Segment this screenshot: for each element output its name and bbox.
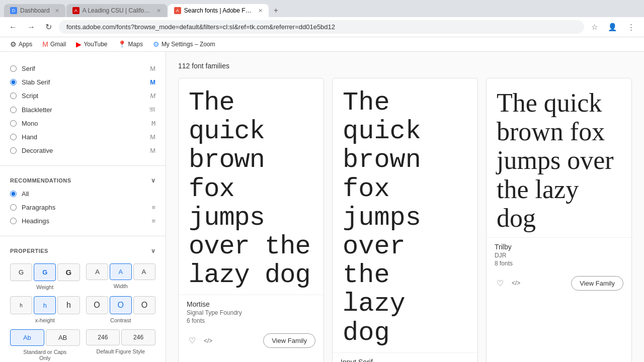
font-actions-trilby: ♡ </> View Family	[487, 272, 631, 297]
sidebar: Serif M Slab Serif M Script M Blacklette…	[0, 52, 166, 362]
paragraphs-icon: ≡	[151, 204, 155, 211]
width-condensed-button[interactable]: A	[86, 263, 108, 280]
script-type-icon: M	[150, 92, 155, 100]
rec-headings[interactable]: Headings ≡	[0, 214, 166, 228]
bookmark-gmail-label: Gmail	[50, 41, 66, 48]
filter-hand[interactable]: Hand M	[0, 130, 166, 144]
weight-label: Weight	[10, 284, 80, 290]
rec-paragraphs[interactable]: Paragraphs ≡	[0, 201, 166, 214]
font-card-mortise[interactable]: The quick brown fox jumps over the lazy …	[178, 78, 324, 362]
bookmark-zoom[interactable]: ⚙ My Settings – Zoom	[149, 39, 219, 49]
bookmark-gmail[interactable]: M Gmail	[38, 39, 70, 49]
radio-serif[interactable]	[10, 65, 17, 72]
font-preview-mortise: The quick brown fox jumps over the lazy …	[179, 78, 324, 295]
embed-mortise-button[interactable]: </>	[202, 335, 214, 346]
figure-group: 246 246 Default Figure Style	[86, 329, 156, 361]
xheight-low-button[interactable]: h	[10, 296, 32, 314]
tab-adobe-fonts[interactable]: A Search fonts | Adobe Fonts ✕	[168, 4, 269, 17]
tab-close-adobe[interactable]: ✕	[258, 8, 263, 14]
caps-allcaps-button[interactable]: AB	[46, 329, 80, 346]
xheight-group: h h h x-height	[10, 296, 80, 323]
view-family-trilby-button[interactable]: View Family	[571, 276, 623, 291]
slab-serif-type-icon: M	[150, 78, 155, 86]
properties-section: PROPERTIES ∨ G G G Weight A A	[0, 240, 166, 362]
menu-button[interactable]: ⋮	[624, 21, 638, 34]
recommendations-header[interactable]: RECOMMENDATIONS ∨	[0, 174, 166, 187]
divider-1	[0, 165, 166, 166]
font-foundry-mortise: Signal Type Foundry	[187, 309, 315, 316]
filter-script[interactable]: Script M	[0, 89, 166, 103]
view-family-mortise-button[interactable]: View Family	[263, 333, 315, 348]
xheight-mid-button[interactable]: h	[34, 296, 56, 314]
tab-dashboard[interactable]: D Dashboard ✕	[4, 4, 65, 17]
preview-text-input-serif: The quick brown fox jumps over the lazy …	[343, 88, 467, 347]
youtube-icon: ▶	[76, 40, 82, 48]
figure-lining-button[interactable]: 246	[86, 329, 120, 345]
contrast-high-button[interactable]: O	[133, 296, 155, 314]
bookmark-apps[interactable]: ⚙ Apps	[6, 39, 36, 49]
contrast-mid-button[interactable]: O	[110, 296, 132, 314]
bookmark-youtube-label: YouTube	[84, 41, 107, 48]
bookmark-button[interactable]: ☆	[588, 21, 601, 34]
radio-headings[interactable]	[10, 218, 17, 224]
bookmark-youtube[interactable]: ▶ YouTube	[72, 39, 111, 49]
font-name-trilby: Trilby	[495, 243, 623, 251]
like-mortise-button[interactable]: ♡	[187, 334, 198, 347]
width-buttons: A A A	[86, 263, 156, 280]
figure-label: Default Figure Style	[86, 348, 156, 354]
bookmark-maps[interactable]: 📍 Maps	[114, 39, 147, 49]
tab-favicon-adobe: A	[174, 7, 181, 14]
font-preview-input-serif: The quick brown fox jumps over the lazy …	[333, 78, 477, 352]
font-card-input-serif[interactable]: The quick brown fox jumps over the lazy …	[332, 78, 478, 362]
width-label: Width	[86, 283, 156, 289]
forward-button[interactable]: →	[24, 22, 38, 33]
weight-bold-button[interactable]: G	[57, 263, 79, 281]
embed-trilby-button[interactable]: </>	[510, 278, 522, 289]
caps-buttons: Ab AB	[10, 329, 80, 346]
figure-oldstyle-button[interactable]: 246	[121, 329, 155, 345]
filter-decorative[interactable]: Decorative M	[0, 144, 166, 157]
font-info-input-serif: Input Serif DJR 14 fonts	[333, 352, 477, 362]
properties-header[interactable]: PROPERTIES ∨	[0, 244, 166, 257]
recommendations-chevron: ∨	[151, 177, 156, 184]
radio-decorative[interactable]	[10, 147, 17, 154]
contrast-low-button[interactable]: O	[86, 296, 108, 314]
profile-button[interactable]: 👤	[605, 21, 620, 34]
address-bar[interactable]	[59, 20, 584, 34]
maps-icon: 📍	[118, 40, 126, 48]
font-card-trilby[interactable]: The quick brown fox jumps over the lazy …	[486, 78, 632, 362]
like-trilby-button[interactable]: ♡	[495, 277, 506, 290]
filter-blackletter-label: Blackletter	[22, 106, 149, 114]
xheight-high-button[interactable]: h	[57, 296, 79, 314]
radio-hand[interactable]	[10, 134, 17, 140]
radio-all[interactable]	[10, 191, 17, 197]
width-wide-button[interactable]: A	[133, 263, 155, 280]
caps-standard-button[interactable]: Ab	[10, 329, 44, 346]
weight-light-button[interactable]: G	[10, 263, 32, 281]
tab-close-csu[interactable]: ✕	[156, 8, 161, 14]
radio-mono[interactable]	[10, 120, 17, 127]
weight-medium-button[interactable]: G	[34, 263, 56, 281]
radio-script[interactable]	[10, 93, 17, 99]
tab-close-dashboard[interactable]: ✕	[55, 8, 59, 14]
width-normal-button[interactable]: A	[110, 263, 132, 280]
filter-mono-label: Mono	[22, 120, 151, 127]
new-tab-button[interactable]: +	[270, 4, 282, 17]
back-button[interactable]: ←	[6, 22, 20, 33]
filter-slab-serif[interactable]: Slab Serif M	[0, 75, 166, 89]
radio-blackletter[interactable]	[10, 107, 17, 113]
bookmark-maps-label: Maps	[128, 41, 143, 48]
tab-csu[interactable]: A A Leading CSU | California Sta... ✕	[66, 4, 167, 17]
filter-mono[interactable]: Mono M	[0, 117, 166, 130]
radio-paragraphs[interactable]	[10, 204, 17, 211]
bookmark-zoom-label: My Settings – Zoom	[162, 41, 215, 48]
radio-slab-serif[interactable]	[10, 79, 17, 85]
rec-all[interactable]: All	[0, 187, 166, 201]
filter-decorative-label: Decorative	[22, 147, 150, 154]
tab-bar: D Dashboard ✕ A A Leading CSU | Californ…	[0, 0, 644, 17]
filter-script-label: Script	[22, 92, 150, 100]
nav-bar: ← → ↻ ☆ 👤 ⋮	[0, 17, 644, 37]
filter-blackletter[interactable]: Blackletter 𝔐	[0, 103, 166, 117]
reload-button[interactable]: ↻	[42, 21, 55, 33]
filter-serif[interactable]: Serif M	[0, 62, 166, 75]
